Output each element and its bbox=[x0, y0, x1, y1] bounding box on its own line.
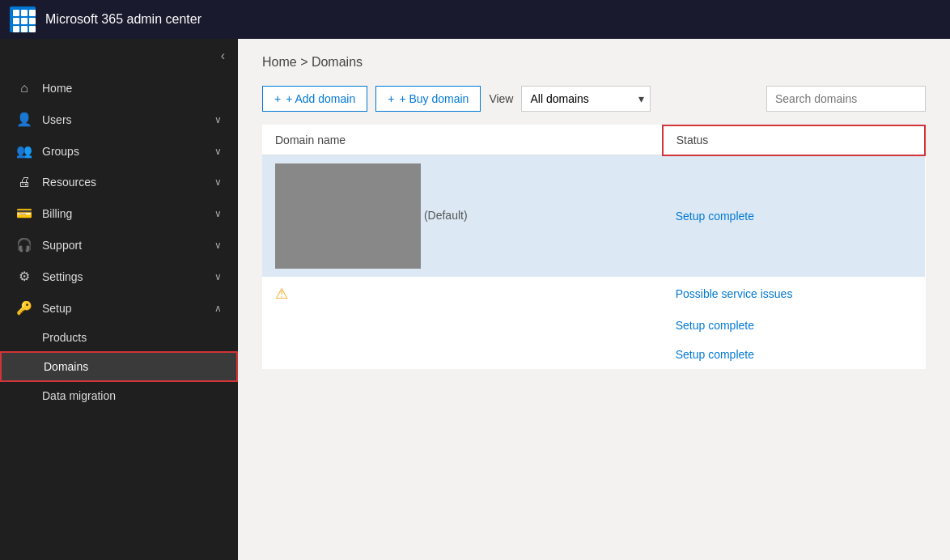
users-icon: 👤 bbox=[16, 112, 32, 127]
sidebar-item-billing[interactable]: 💳 Billing ∨ bbox=[0, 197, 238, 229]
status-cell: Setup complete bbox=[663, 311, 925, 340]
sidebar-item-setup[interactable]: 🔑 Setup ∧ bbox=[0, 292, 238, 324]
domain-name-cell: ⚠ bbox=[262, 277, 663, 311]
sidebar-item-label: Users bbox=[42, 113, 72, 126]
layout: ‹ ⌂ Home 👤 Users ∨ 👥 Groups ∨ 🖨 Resource… bbox=[0, 39, 950, 560]
domain-name-blurred bbox=[275, 163, 421, 269]
sidebar-subitem-label: Products bbox=[42, 331, 87, 344]
status-cell: Possible service issues bbox=[663, 277, 925, 311]
sidebar-subitem-label: Data migration bbox=[42, 389, 116, 402]
table-row[interactable]: Setup complete bbox=[262, 311, 925, 340]
sidebar-item-users[interactable]: 👤 Users ∨ bbox=[0, 104, 238, 135]
resources-icon: 🖨 bbox=[16, 175, 32, 189]
waffle-icon[interactable] bbox=[10, 6, 36, 32]
search-input[interactable] bbox=[766, 86, 926, 112]
status-badge: Setup complete bbox=[676, 348, 754, 361]
add-domain-label: + Add domain bbox=[286, 92, 355, 105]
billing-icon: 💳 bbox=[16, 206, 32, 221]
sidebar-item-label: Resources bbox=[42, 176, 96, 189]
buy-icon: + bbox=[388, 92, 394, 105]
status-badge: Possible service issues bbox=[676, 287, 793, 300]
sidebar-item-label: Home bbox=[42, 82, 72, 95]
sidebar-item-settings[interactable]: ⚙ Settings ∨ bbox=[0, 261, 238, 292]
sidebar-item-resources[interactable]: 🖨 Resources ∨ bbox=[0, 167, 238, 197]
col-domain-header: Domain name bbox=[262, 125, 663, 155]
main-content: Home > Domains + + Add domain + + Buy do… bbox=[238, 39, 950, 560]
chevron-down-icon: ∨ bbox=[214, 146, 222, 157]
view-select[interactable]: All domains Verified domains Unverified … bbox=[521, 86, 651, 112]
settings-icon: ⚙ bbox=[16, 269, 32, 284]
sidebar-item-products[interactable]: Products bbox=[0, 324, 238, 351]
status-badge: Setup complete bbox=[676, 210, 754, 223]
sidebar-subitem-label: Domains bbox=[44, 360, 88, 373]
sidebar-item-data-migration[interactable]: Data migration bbox=[0, 382, 238, 409]
warning-icon: ⚠ bbox=[275, 286, 288, 302]
sidebar-item-label: Settings bbox=[42, 270, 83, 283]
add-icon: + bbox=[274, 92, 281, 105]
add-domain-button[interactable]: + + Add domain bbox=[262, 86, 367, 112]
chevron-down-icon: ∨ bbox=[214, 271, 222, 282]
sidebar-item-label: Setup bbox=[42, 302, 72, 315]
table-row[interactable]: (Default) Setup complete bbox=[262, 155, 925, 278]
setup-icon: 🔑 bbox=[16, 300, 32, 316]
app-title: Microsoft 365 admin center bbox=[45, 12, 201, 27]
chevron-down-icon: ∨ bbox=[214, 208, 222, 219]
chevron-down-icon: ∨ bbox=[214, 240, 222, 251]
breadcrumb: Home > Domains bbox=[262, 55, 926, 70]
groups-icon: 👥 bbox=[16, 143, 32, 159]
sidebar-item-domains[interactable]: Domains bbox=[0, 351, 238, 382]
sidebar-item-home[interactable]: ⌂ Home bbox=[0, 73, 238, 104]
domains-table: Domain name Status (Default) Setup compl… bbox=[262, 125, 926, 369]
toolbar: + + Add domain + + Buy domain View All d… bbox=[262, 86, 926, 112]
chevron-up-icon: ∧ bbox=[214, 303, 222, 314]
view-label: View bbox=[489, 92, 513, 105]
chevron-down-icon: ∨ bbox=[214, 176, 222, 188]
home-icon: ⌂ bbox=[16, 81, 32, 95]
domain-name-cell: (Default) bbox=[262, 155, 663, 278]
sidebar-item-groups[interactable]: 👥 Groups ∨ bbox=[0, 135, 238, 167]
status-cell: Setup complete bbox=[663, 340, 925, 369]
buy-domain-button[interactable]: + + Buy domain bbox=[375, 86, 481, 112]
support-icon: 🎧 bbox=[16, 237, 32, 252]
sidebar-item-label: Groups bbox=[42, 145, 79, 158]
sidebar-item-support[interactable]: 🎧 Support ∨ bbox=[0, 229, 238, 261]
status-cell: Setup complete bbox=[663, 155, 925, 278]
collapse-button[interactable]: ‹ bbox=[221, 49, 225, 63]
chevron-down-icon: ∨ bbox=[214, 114, 222, 125]
domain-default-label: (Default) bbox=[424, 209, 468, 222]
table-row[interactable]: Setup complete bbox=[262, 340, 925, 369]
sidebar-item-label: Billing bbox=[42, 207, 72, 220]
domain-name-cell bbox=[262, 340, 663, 369]
sidebar: ‹ ⌂ Home 👤 Users ∨ 👥 Groups ∨ 🖨 Resource… bbox=[0, 39, 238, 560]
sidebar-item-label: Support bbox=[42, 239, 82, 252]
col-status-header: Status bbox=[663, 125, 925, 155]
sidebar-collapse[interactable]: ‹ bbox=[0, 39, 238, 73]
domain-name-cell bbox=[262, 311, 663, 340]
buy-domain-label: + Buy domain bbox=[399, 92, 469, 105]
table-row[interactable]: ⚠ Possible service issues bbox=[262, 277, 925, 311]
view-select-wrapper[interactable]: All domains Verified domains Unverified … bbox=[521, 86, 651, 112]
status-badge: Setup complete bbox=[676, 319, 754, 332]
topbar: Microsoft 365 admin center bbox=[0, 0, 950, 39]
